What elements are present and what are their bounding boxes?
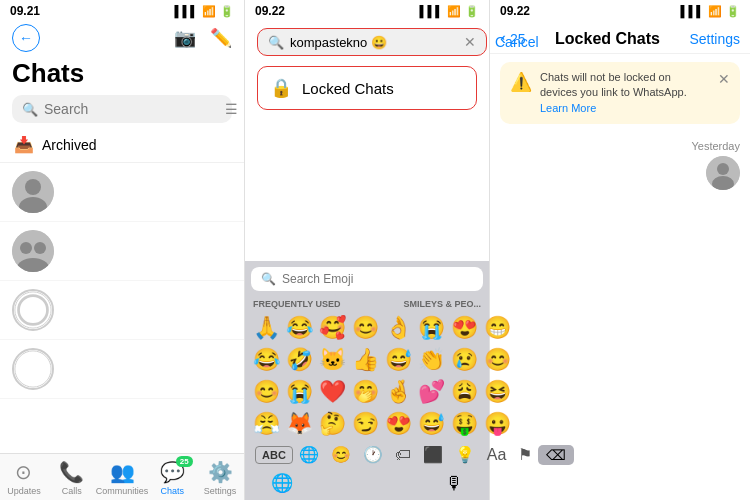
emoji-cell[interactable]: 😭: [416, 313, 447, 343]
message-row: [500, 156, 740, 190]
clock-button[interactable]: 🕐: [357, 443, 389, 466]
chats-icon: 💬 25: [160, 460, 185, 484]
emoji-cell[interactable]: 😍: [449, 313, 480, 343]
emoji-face-button[interactable]: 😊: [325, 443, 357, 466]
emoji-cell[interactable]: 😍: [383, 409, 414, 439]
emoji-cell[interactable]: 😂: [251, 345, 282, 375]
notice-close-button[interactable]: ✕: [718, 70, 730, 90]
locked-chats-result[interactable]: 🔒 Locked Chats: [257, 66, 477, 110]
search-icon: 🔍: [22, 102, 38, 117]
emoji-cell[interactable]: 🦊: [284, 409, 315, 439]
emoji-cell[interactable]: 😅: [383, 345, 414, 375]
emoji-cell[interactable]: 👌: [383, 313, 414, 343]
emoji-search-bar[interactable]: 🔍: [251, 267, 483, 291]
mic-bottom-icon[interactable]: 🎙: [445, 473, 463, 494]
nav-calls-label: Calls: [62, 486, 82, 496]
locked-chats-label: Locked Chats: [302, 80, 394, 97]
emoji-cell[interactable]: 🥰: [317, 313, 348, 343]
globe-button[interactable]: 🌐: [293, 443, 325, 466]
svg-point-9: [15, 351, 51, 387]
mid-battery-icon: 🔋: [465, 5, 479, 18]
mid-search-bar[interactable]: 🔍 ✕: [257, 28, 487, 56]
filter-icon[interactable]: ☰: [225, 101, 238, 117]
left-panel: 09.21 ▌▌▌ 📶 🔋 ← 📷 ✏️ Chats 🔍 ☰ 📥 Archive…: [0, 0, 245, 500]
nav-communities-label: Communities: [96, 486, 149, 496]
nav-chats[interactable]: 💬 25 Chats: [148, 460, 196, 496]
emoji-cell[interactable]: 🙏: [251, 313, 282, 343]
nav-updates[interactable]: ⊙ Updates: [0, 460, 48, 496]
emoji-cell[interactable]: 🐱: [317, 345, 348, 375]
emoji-search-icon: 🔍: [261, 272, 276, 286]
avatar: [12, 289, 54, 331]
mid-status-bar: 09.22 ▌▌▌ 📶 🔋: [245, 0, 489, 20]
emoji-cell[interactable]: 😏: [350, 409, 381, 439]
emoji-cell[interactable]: 😤: [251, 409, 282, 439]
contact-avatar: [706, 156, 740, 190]
emoji-cell[interactable]: 😊: [350, 313, 381, 343]
svg-point-11: [717, 163, 729, 175]
nav-calls[interactable]: 📞 Calls: [48, 460, 96, 496]
mid-search-input[interactable]: [290, 35, 458, 50]
wifi-icon: 📶: [202, 5, 216, 18]
emoji-cell[interactable]: ❤️: [317, 377, 348, 407]
smileys-label: SMILEYS & PEO...: [403, 297, 481, 311]
nav-settings[interactable]: ⚙️ Settings: [196, 460, 244, 496]
emoji-cell[interactable]: 🤔: [317, 409, 348, 439]
bulb-button[interactable]: 💡: [449, 443, 481, 466]
emoji-cell[interactable]: 🤑: [449, 409, 480, 439]
clear-search-button[interactable]: ✕: [464, 34, 476, 50]
emoji-cell[interactable]: 🤣: [284, 345, 315, 375]
page-title: Chats: [12, 58, 232, 89]
emoji-toolbar: ABC 🌐 😊 🕐 🏷 ⬛ 💡 Aa ⚑ ⌫: [251, 439, 483, 468]
nav-communities[interactable]: 👥 Communities: [96, 460, 149, 496]
emoji-cell[interactable]: 🤞: [383, 377, 414, 407]
right-status-bar: 09.22 ▌▌▌ 📶 🔋: [490, 0, 750, 20]
globe-bottom-icon[interactable]: 🌐: [271, 472, 293, 494]
apps-button[interactable]: ⬛: [417, 443, 449, 466]
back-button[interactable]: ‹ 25: [500, 28, 526, 49]
notice-text: Chats will not be locked on devices you …: [540, 70, 710, 116]
search-bar[interactable]: 🔍 ☰: [12, 95, 232, 123]
right-wifi-icon: 📶: [708, 5, 722, 18]
mid-panel: 09.22 ▌▌▌ 📶 🔋 🔍 ✕ Cancel 🔒 Locked Chats …: [245, 0, 490, 500]
emoji-cell[interactable]: 😂: [284, 313, 315, 343]
notice-message: Chats will not be locked on devices you …: [540, 71, 687, 98]
list-item[interactable]: [0, 281, 244, 340]
emoji-cell[interactable]: 😊: [251, 377, 282, 407]
camera-button[interactable]: 📷: [174, 27, 196, 49]
archived-row[interactable]: 📥 Archived: [0, 127, 244, 163]
left-status-icons: ▌▌▌ 📶 🔋: [175, 5, 234, 18]
nav-updates-label: Updates: [7, 486, 41, 496]
emoji-cell[interactable]: 😩: [449, 377, 480, 407]
sticker-button[interactable]: 🏷: [389, 444, 417, 466]
list-item[interactable]: [0, 222, 244, 281]
search-input[interactable]: [44, 101, 219, 117]
mid-signal-icon: ▌▌▌: [420, 5, 443, 17]
learn-more-link[interactable]: Learn More: [540, 102, 596, 114]
archived-label: Archived: [42, 137, 96, 153]
add-chat-button[interactable]: ✏️: [210, 27, 232, 49]
list-item[interactable]: [0, 163, 244, 222]
settings-button[interactable]: Settings: [689, 31, 740, 47]
emoji-cell[interactable]: 👍: [350, 345, 381, 375]
left-time: 09.21: [10, 4, 40, 18]
right-panel: 09.22 ▌▌▌ 📶 🔋 ‹ 25 Locked Chats Settings…: [490, 0, 750, 500]
updates-icon: ⊙: [15, 460, 32, 484]
mid-search-header: 🔍 ✕ Cancel: [245, 20, 489, 62]
emoji-cell[interactable]: 😢: [449, 345, 480, 375]
list-item[interactable]: [0, 340, 244, 399]
emoji-cell[interactable]: 👏: [416, 345, 447, 375]
freq-used-label: FREQUENTLY USED: [253, 297, 341, 311]
right-signal-icon: ▌▌▌: [681, 5, 704, 17]
emoji-search-input[interactable]: [282, 272, 473, 286]
chats-badge: 25: [176, 456, 193, 467]
warning-icon: ⚠️: [510, 70, 532, 95]
whatsapp-icon[interactable]: ←: [12, 24, 40, 52]
avatar: [12, 348, 54, 390]
emoji-keyboard: 🔍 FREQUENTLY USED SMILEYS & PEO... 🙏 😂 🥰…: [245, 261, 489, 500]
emoji-cell[interactable]: 😭: [284, 377, 315, 407]
emoji-cell[interactable]: 💕: [416, 377, 447, 407]
abc-button[interactable]: ABC: [255, 446, 293, 464]
emoji-cell[interactable]: 😅: [416, 409, 447, 439]
emoji-cell[interactable]: 🤭: [350, 377, 381, 407]
